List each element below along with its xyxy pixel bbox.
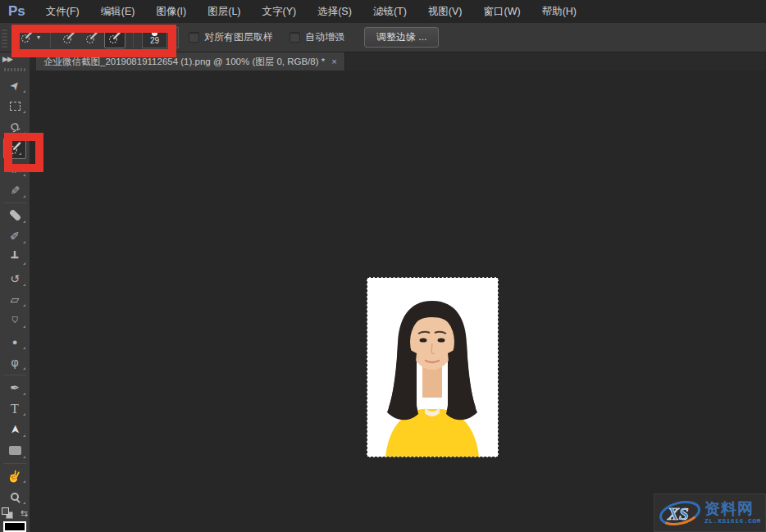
sample-all-layers-checkbox[interactable]	[189, 32, 199, 43]
divider	[3, 375, 26, 375]
close-icon[interactable]: ×	[331, 57, 336, 66]
portrait-photo	[367, 278, 498, 457]
chevron-down-icon: ▾	[37, 34, 40, 41]
quick-selection-tool[interactable]	[3, 138, 26, 159]
hand-icon: ✌	[6, 468, 23, 484]
path-selection-icon: ➤	[8, 425, 21, 434]
brush-size-value: 29	[150, 37, 159, 45]
blur-tool[interactable]: ●	[0, 331, 30, 352]
brush-size-dropdown[interactable]: ▾	[166, 27, 179, 48]
menu-item-type[interactable]: 文字(Y)	[252, 5, 308, 19]
id-photo-with-selection[interactable]	[367, 278, 498, 457]
crop-tool[interactable]: #	[0, 159, 30, 180]
xs-logo-icon: XS	[658, 497, 702, 530]
menu-item-file[interactable]: 文件(F)	[35, 5, 90, 19]
menu-item-view[interactable]: 视图(V)	[417, 5, 473, 19]
watermark-site-name: 资料网	[704, 501, 761, 516]
stamp-icon: ┻	[11, 251, 18, 264]
collapse-panel-icon[interactable]: ▶▶	[0, 52, 12, 63]
separator	[133, 28, 134, 48]
brush-preview-dot	[152, 30, 157, 36]
rectangular-marquee-tool[interactable]	[0, 96, 30, 117]
divider	[3, 463, 26, 464]
foreground-color-swatch[interactable]	[3, 521, 26, 532]
marquee-icon	[10, 102, 21, 111]
options-bar-grip	[2, 28, 7, 48]
default-colors-icon[interactable]	[2, 507, 13, 519]
tools-panel: ▶▶ ➤ Ω # ✎ ✐ ┻ ↺ ▱ ⌂ ● φ ✒ T	[0, 52, 30, 532]
menu-item-filter[interactable]: 滤镜(T)	[362, 5, 417, 19]
quick-selection-icon	[21, 30, 34, 46]
magnifier-icon	[11, 493, 19, 501]
menu-item-image[interactable]: 图像(I)	[145, 5, 197, 19]
type-tool[interactable]: T	[0, 398, 30, 420]
dodge-tool[interactable]: φ	[0, 352, 30, 374]
hand-tool[interactable]: ✌	[0, 466, 30, 487]
watermark: XS 资料网 ZL.XS1616.COM	[654, 493, 766, 532]
pen-icon: ✒	[10, 381, 20, 394]
separator	[50, 28, 51, 48]
photoshop-window: Ps 文件(F) 编辑(E) 图像(I) 图层(L) 文字(Y) 选择(S) 滤…	[0, 0, 766, 532]
crop-icon: #	[11, 162, 18, 175]
bandaid-icon	[8, 209, 21, 222]
move-icon: ➤	[7, 77, 23, 93]
document-tab-bar: 企业微信截图_20190819112654 (1).png @ 100% (图层…	[30, 52, 766, 70]
eraser-icon: ▱	[11, 293, 20, 306]
eraser-tool[interactable]: ▱	[0, 289, 30, 311]
watermark-site-url: ZL.XS1616.COM	[704, 518, 761, 525]
menu-item-window[interactable]: 窗口(W)	[473, 5, 531, 19]
menu-item-layer[interactable]: 图层(L)	[197, 5, 251, 19]
auto-enhance-label: 自动增强	[305, 30, 344, 44]
tool-preset-picker[interactable]: ▾	[17, 28, 43, 48]
add-to-selection-button[interactable]: +	[81, 27, 103, 48]
divider	[3, 202, 26, 203]
brush-size-picker[interactable]: 29 ▾	[142, 27, 179, 48]
color-controls: ⇆	[0, 507, 30, 532]
brush-icon: ✐	[10, 230, 20, 243]
shape-tool[interactable]	[0, 440, 30, 462]
history-brush-icon: ↺	[10, 272, 20, 285]
dodge-icon: φ	[11, 356, 18, 369]
menu-item-edit[interactable]: 编辑(E)	[90, 5, 146, 19]
chevron-down-icon: ▾	[171, 34, 175, 41]
new-selection-button[interactable]	[58, 27, 80, 48]
svg-text:XS: XS	[667, 504, 689, 524]
rectangle-shape-icon	[9, 446, 21, 455]
quick-selection-icon	[8, 141, 22, 155]
paint-bucket-icon: ⌂	[11, 314, 18, 327]
eyedropper-tool[interactable]: ✎	[0, 180, 30, 201]
blur-drop-icon: ●	[12, 337, 18, 347]
eyedropper-icon: ✎	[8, 185, 21, 195]
refine-edge-button[interactable]: 调整边缘 ...	[364, 27, 439, 48]
quick-selection-icon	[62, 30, 76, 44]
document-tab[interactable]: 企业微信截图_20190819112654 (1).png @ 100% (图层…	[36, 52, 345, 70]
move-tool[interactable]: ➤	[0, 75, 30, 96]
type-icon: T	[11, 402, 19, 416]
menu-item-help[interactable]: 帮助(H)	[531, 5, 587, 19]
lasso-icon: Ω	[8, 120, 21, 135]
path-selection-tool[interactable]: ➤	[0, 419, 30, 440]
spot-healing-brush-tool[interactable]	[0, 205, 30, 226]
auto-enhance-checkbox[interactable]	[290, 32, 300, 43]
tool-options-bar: ▾ + − 29	[0, 23, 766, 52]
paint-bucket-tool[interactable]: ⌂	[0, 310, 30, 331]
sample-all-layers-label: 对所有图层取样	[204, 30, 273, 44]
photoshop-logo: Ps	[0, 3, 35, 20]
document-tab-title: 企业微信截图_20190819112654 (1).png @ 100% (图层…	[43, 56, 325, 68]
history-brush-tool[interactable]: ↺	[0, 268, 30, 289]
swap-colors-icon[interactable]: ⇆	[21, 508, 28, 519]
zoom-tool[interactable]	[0, 486, 30, 507]
menu-item-select[interactable]: 选择(S)	[307, 5, 362, 19]
canvas-area[interactable]: XS 资料网 ZL.XS1616.COM	[30, 70, 766, 532]
tools-panel-grip[interactable]	[4, 68, 25, 71]
pen-tool[interactable]: ✒	[0, 377, 30, 398]
lasso-tool[interactable]: Ω	[0, 116, 30, 138]
menu-bar: Ps 文件(F) 编辑(E) 图像(I) 图层(L) 文字(Y) 选择(S) 滤…	[0, 0, 766, 23]
brush-tool[interactable]: ✐	[0, 226, 30, 248]
subtract-from-selection-button[interactable]: −	[104, 27, 125, 48]
clone-stamp-tool[interactable]: ┻	[0, 247, 30, 268]
